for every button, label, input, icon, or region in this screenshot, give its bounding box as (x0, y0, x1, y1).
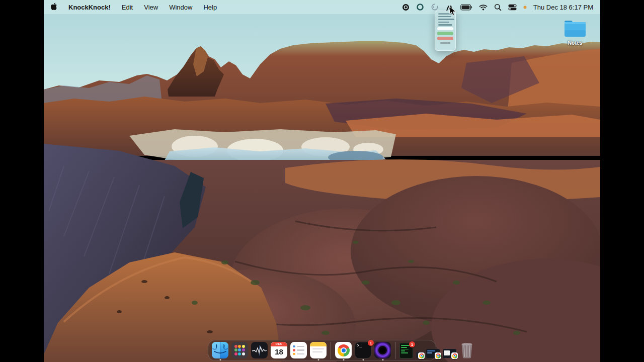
popover-footer-button[interactable] (440, 42, 450, 44)
running-indicator (382, 359, 383, 360)
menu-bar-clock[interactable]: Thu Dec 18 6:17 PM (533, 4, 593, 11)
apple-logo-icon (51, 3, 57, 10)
terminal-dock-icon[interactable]: >_ 1 (355, 342, 371, 358)
finder-face-icon (212, 342, 228, 358)
record-indicator-icon[interactable] (402, 4, 410, 11)
spotlight-search-icon[interactable] (494, 4, 502, 11)
waveform-icon (252, 345, 267, 355)
chrome-window-badge-icon (418, 352, 425, 359)
desktop-folder-notes[interactable]: Notes (553, 19, 597, 46)
purple-ring-app-dock-icon[interactable] (374, 342, 391, 358)
popover-red-button[interactable] (437, 37, 453, 40)
calendar-dock-icon[interactable]: DEC 18 (271, 342, 287, 358)
running-indicator (343, 359, 344, 360)
waveform-app-dock-icon[interactable] (251, 342, 268, 358)
finder-dock-icon[interactable] (212, 342, 228, 358)
menu-item-window[interactable]: Window (169, 4, 192, 11)
folder-icon (564, 19, 587, 38)
dock: DEC 18 (208, 340, 436, 361)
menu-item-edit[interactable]: Edit (122, 4, 133, 11)
chrome-dock-icon[interactable] (335, 342, 352, 358)
notes-dock-icon[interactable] (310, 342, 327, 358)
status-menu-popover (435, 11, 456, 51)
dock-separator (331, 342, 331, 359)
popover-green-button[interactable] (437, 32, 453, 35)
control-center-icon[interactable] (508, 4, 517, 11)
minimized-chrome-window-panel[interactable] (443, 349, 456, 358)
screen: KnockKnock! Edit View Window Help (0, 0, 644, 362)
apple-menu[interactable] (51, 3, 57, 12)
desert-canyon-wallpaper (44, 0, 600, 362)
menu-item-view[interactable]: View (144, 4, 158, 11)
calendar-day: 18 (275, 346, 283, 357)
popover-menu-row[interactable] (438, 24, 452, 26)
calendar-month: DEC (271, 342, 287, 346)
app-menu-title[interactable]: KnockKnock! (68, 4, 111, 11)
popover-highlighted-row[interactable] (437, 27, 453, 30)
reminders-dock-icon[interactable] (290, 342, 307, 358)
popover-menu-row[interactable] (438, 22, 449, 23)
minimized-chrome-window-small[interactable] (416, 352, 423, 358)
minimized-terminal-window[interactable]: 1 (399, 343, 413, 358)
mouse-cursor (449, 6, 456, 16)
dock-separator (395, 342, 395, 359)
chrome-window-badge-icon (451, 352, 458, 359)
popover-menu-row[interactable] (438, 19, 454, 20)
running-indicator (219, 359, 221, 360)
menu-item-help[interactable]: Help (203, 4, 217, 11)
trash-icon (459, 342, 474, 358)
running-indicator (362, 359, 364, 360)
sync-disabled-icon[interactable] (431, 3, 439, 11)
recording-dot (523, 6, 527, 9)
launchpad-dock-icon[interactable] (231, 342, 248, 358)
ring-status-icon[interactable] (416, 3, 424, 11)
chrome-window-badge-icon (435, 352, 441, 359)
minimized-terminal-badge: 1 (409, 341, 415, 347)
battery-icon[interactable] (460, 4, 472, 11)
trash-dock-icon[interactable] (459, 342, 474, 358)
menu-bar: KnockKnock! Edit View Window Help (44, 0, 600, 14)
minimized-chrome-window-dark[interactable] (426, 349, 440, 358)
chrome-icon (338, 344, 350, 356)
wifi-icon[interactable] (479, 4, 488, 11)
terminal-badge: 1 (368, 340, 374, 346)
desktop[interactable]: KnockKnock! Edit View Window Help (44, 0, 600, 362)
running-indicator (317, 359, 319, 360)
folder-label: Notes (568, 40, 582, 46)
